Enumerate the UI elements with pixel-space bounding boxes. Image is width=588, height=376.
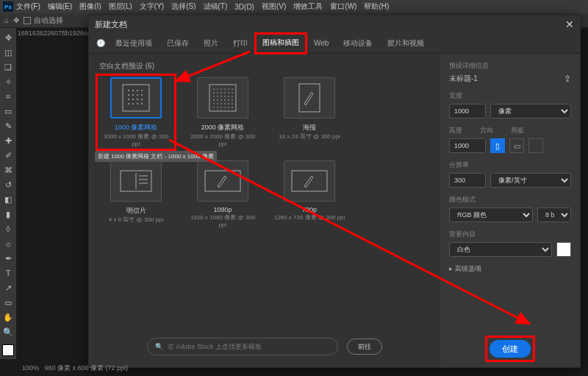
background-swatch[interactable]	[556, 242, 571, 257]
menu-view[interactable]: 视图(V)	[262, 1, 286, 12]
path-tool-icon[interactable]: ↗	[1, 281, 15, 294]
menu-edit[interactable]: 编辑(E)	[48, 1, 72, 12]
zoom-tool-icon[interactable]: 🔍	[1, 325, 15, 338]
app-menubar: Ps 文件(F) 编辑(E) 图像(I) 图层(L) 文字(Y) 选择(S) 滤…	[0, 0, 588, 13]
frame-tool-icon[interactable]: ▭	[1, 104, 15, 118]
save-preset-icon[interactable]: ⇪	[564, 74, 571, 84]
preset-dims: 2000 x 2000 像素 @ 300 ppi	[186, 132, 259, 147]
orientation-landscape-icon[interactable]: ▭	[509, 138, 524, 153]
card-icon	[110, 160, 162, 202]
shape-tool-icon[interactable]: ▭	[1, 296, 15, 309]
eyedropper-tool-icon[interactable]: ✎	[1, 119, 15, 132]
search-icon: 🔍	[155, 343, 163, 350]
blur-tool-icon[interactable]: ◊	[1, 222, 15, 235]
artboard-label: 画板	[511, 126, 524, 135]
new-document-dialog: 新建文档 ✕ 🕘 最近使用项 已保存 照片 打印 图稿和插图 Web 移动设备 …	[88, 15, 581, 368]
resolution-unit-select[interactable]: 像素/英寸	[490, 173, 571, 188]
colormode-label: 颜色模式	[449, 195, 571, 205]
menu-filter[interactable]: 滤镜(T)	[204, 1, 228, 12]
tab-recent[interactable]: 最近使用项	[108, 34, 159, 53]
menu-help[interactable]: 帮助(H)	[364, 1, 389, 12]
ps-logo-icon: Ps	[3, 1, 13, 12]
menu-3d[interactable]: 3D(D)	[234, 3, 254, 11]
orientation-label: 方向	[480, 126, 493, 135]
doc-name-field[interactable]: 未标题-1	[449, 74, 478, 84]
tab-art-illustration[interactable]: 图稿和插图	[255, 33, 306, 54]
svg-point-48	[213, 107, 215, 108]
unit-select[interactable]: 像素	[490, 104, 571, 118]
resolution-input[interactable]	[449, 173, 486, 188]
svg-point-4	[141, 90, 143, 91]
marquee-tool-icon[interactable]: ◫	[1, 46, 15, 59]
wand-tool-icon[interactable]: ✧	[1, 75, 15, 88]
svg-point-37	[217, 99, 218, 101]
tab-print[interactable]: 打印	[226, 34, 255, 53]
go-button[interactable]: 前往	[347, 338, 382, 355]
preset-poster[interactable]: 海报 18 x 24 英寸 @ 300 ppi	[273, 77, 346, 147]
details-heading: 预设详细信息	[449, 61, 571, 71]
zoom-level[interactable]: 100%	[22, 364, 39, 372]
brush-icon	[284, 160, 335, 202]
background-select[interactable]: 白色	[449, 242, 552, 257]
type-tool-icon[interactable]: T	[1, 266, 15, 280]
color-swatch[interactable]	[2, 344, 14, 356]
create-button[interactable]: 创建	[490, 340, 531, 358]
svg-point-19	[217, 88, 218, 90]
svg-point-53	[232, 107, 233, 108]
gradient-tool-icon[interactable]: ▮	[1, 207, 15, 221]
width-input[interactable]	[449, 104, 486, 118]
preset-1000-grid[interactable]: 1000 像素网格 1000 x 1000 像素 @ 300 ppi 新建 10…	[99, 77, 173, 147]
svg-point-21	[224, 88, 226, 90]
svg-point-1	[128, 90, 129, 91]
preset-720p[interactable]: 720p 1280 x 720 像素 @ 300 ppi	[273, 160, 346, 228]
tab-mobile[interactable]: 移动设备	[336, 34, 380, 53]
menu-file[interactable]: 文件(F)	[16, 1, 40, 12]
move-tool-icon[interactable]: ✥	[1, 31, 15, 44]
lasso-tool-icon[interactable]: ❑	[1, 60, 15, 74]
preset-1080p[interactable]: 1080p 1920 x 1080 像素 @ 300 ppi	[186, 160, 259, 228]
orientation-portrait-icon[interactable]: ▯	[490, 138, 505, 153]
dodge-tool-icon[interactable]: ☼	[1, 237, 15, 250]
hand-tool-icon[interactable]: ✋	[1, 311, 15, 324]
svg-point-2	[132, 90, 134, 91]
preset-name: 1080p	[186, 206, 259, 213]
crop-tool-icon[interactable]: ⌗	[1, 90, 15, 103]
height-input[interactable]	[449, 138, 486, 153]
svg-point-44	[220, 103, 222, 104]
stamp-tool-icon[interactable]: ⌘	[1, 163, 15, 177]
svg-rect-54	[299, 84, 320, 112]
heal-tool-icon[interactable]: ✚	[1, 134, 15, 147]
eraser-tool-icon[interactable]: ◧	[1, 193, 15, 206]
brush-tool-icon[interactable]: ✐	[1, 149, 15, 162]
status-bar: 100% 960 像素 x 600 像素 (72 ppi)	[16, 361, 134, 376]
menu-window[interactable]: 窗口(W)	[330, 1, 356, 12]
stock-search-input[interactable]: 🔍 在 Adobe Stock 上查找更多模板	[147, 338, 338, 355]
history-brush-icon[interactable]: ↺	[1, 178, 15, 191]
grid-icon	[197, 77, 248, 118]
tab-web[interactable]: Web	[306, 35, 336, 52]
menu-image[interactable]: 图像(I)	[79, 1, 101, 12]
tab-saved[interactable]: 已保存	[159, 34, 196, 53]
dialog-title: 新建文档	[95, 19, 127, 30]
menu-select[interactable]: 选择(S)	[171, 1, 196, 12]
document-tab[interactable]: 1681636226075b1926ccac	[18, 29, 98, 37]
auto-select-checkbox[interactable]	[24, 17, 31, 24]
menu-type[interactable]: 文字(Y)	[140, 1, 164, 12]
tab-photo[interactable]: 照片	[196, 34, 226, 53]
preset-postcard[interactable]: 明信片 4 x 6 英寸 @ 300 ppi	[99, 160, 173, 228]
close-icon[interactable]: ✕	[565, 18, 574, 30]
advanced-options-toggle[interactable]: ▸ 高级选项	[449, 264, 571, 274]
bitdepth-select[interactable]: 8 bit	[537, 207, 571, 222]
svg-point-32	[220, 96, 222, 97]
menu-plugins[interactable]: 增效工具	[293, 1, 323, 12]
resolution-label: 分辨率	[449, 160, 571, 170]
preset-2000-grid[interactable]: 2000 像素网格 2000 x 2000 像素 @ 300 ppi	[186, 77, 259, 147]
artboard-checkbox[interactable]	[528, 138, 543, 153]
menu-layer[interactable]: 图层(L)	[109, 1, 132, 12]
pen-tool-icon[interactable]: ✒	[1, 252, 15, 265]
home-icon[interactable]: ⌂	[4, 16, 9, 24]
colormode-select[interactable]: RGB 颜色	[449, 207, 533, 222]
tab-film-video[interactable]: 胶片和视频	[380, 34, 431, 53]
toolbox: ✥ ◫ ❑ ✧ ⌗ ▭ ✎ ✚ ✐ ⌘ ↺ ◧ ▮ ◊ ☼ ✒ T ↗ ▭ ✋ …	[0, 28, 16, 359]
preset-name: 720p	[273, 206, 346, 213]
